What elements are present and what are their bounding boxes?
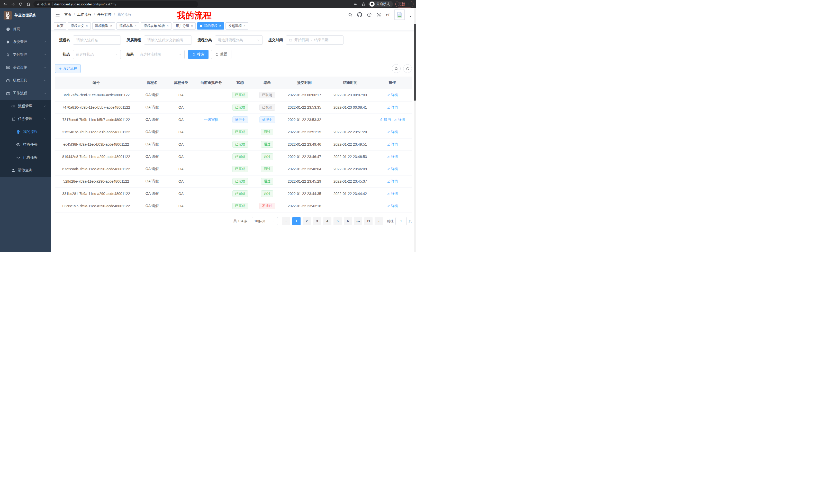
fullscreen-icon[interactable] — [376, 12, 381, 17]
detail-action[interactable]: 详情 — [387, 105, 398, 110]
page-button-5[interactable]: 5 — [334, 217, 342, 225]
page-button-3[interactable]: 3 — [313, 217, 321, 225]
cell-result: 通过 — [253, 138, 281, 150]
show-search-button[interactable] — [392, 64, 400, 73]
refresh-table-button[interactable] — [403, 64, 412, 73]
tab-user-group[interactable]: 用户分组× — [173, 22, 196, 30]
detail-action[interactable]: 详情 — [387, 93, 398, 97]
address-bar[interactable]: 不安全 dashboard.yudao.iocoder.cn/bpm/task/… — [33, 1, 198, 7]
sidebar-item-label: 研发工具 — [13, 78, 27, 83]
result-badge: 处理中 — [259, 116, 275, 123]
next-page-button[interactable]: › — [374, 217, 383, 225]
cell-category: OA — [167, 89, 195, 101]
submit-time-range-picker[interactable]: 开始日期 - 结束日期 — [286, 35, 343, 45]
page-button-11[interactable]: 11 — [364, 217, 372, 225]
cell-result: 处理中 — [253, 114, 281, 126]
browser-reload-icon[interactable] — [18, 2, 23, 7]
sidebar-item-payment[interactable]: 支付管理 — [0, 48, 51, 61]
cell-id: ec45f38f-7b9a-11ec-b03b-acde48001122 — [55, 138, 137, 150]
bookmark-star-icon[interactable] — [361, 2, 366, 7]
detail-action[interactable]: 详情 — [387, 179, 398, 184]
process-definition-input[interactable] — [144, 35, 192, 45]
goto-page-input[interactable] — [395, 217, 407, 225]
cell-category: OA — [167, 101, 195, 114]
sidebar-collapse-icon[interactable] — [55, 12, 60, 17]
key-icon[interactable] — [353, 2, 358, 7]
not-secure-warning[interactable]: 不安全 — [36, 2, 50, 6]
sidebar-item-workflow[interactable]: 工作流程 — [0, 87, 51, 100]
scrollbar-track[interactable] — [414, 8, 416, 252]
prev-page-button[interactable]: ‹ — [282, 217, 290, 225]
result-select[interactable]: 请选择流结果 — [137, 50, 185, 59]
page-button-1[interactable]: 1 — [292, 217, 301, 225]
cell-name: OA 请假 — [137, 150, 167, 163]
cell-id: 7470a810-7b9b-11ec-b5b7-acde48001122 — [55, 101, 137, 114]
tab-process-model[interactable]: 流程模型× — [92, 22, 115, 30]
browser-back-icon[interactable] — [3, 2, 8, 7]
process-category-select[interactable]: 请选择流程分类 — [215, 35, 263, 45]
detail-action[interactable]: 详情 — [387, 204, 398, 208]
sidebar-item-done-tasks[interactable]: 已办任务 — [0, 151, 51, 164]
breadcrumb-item[interactable]: 工作流程 — [77, 12, 92, 17]
close-icon[interactable]: × — [243, 24, 245, 27]
detail-action[interactable]: 详情 — [387, 142, 398, 147]
page-button-4[interactable]: 4 — [323, 217, 331, 225]
status-badge: 已完成 — [232, 203, 248, 209]
close-icon[interactable]: × — [134, 24, 136, 27]
sidebar-item-system[interactable]: 系统管理 — [0, 35, 51, 48]
app-logo-row[interactable]: 芋道管理系统 — [0, 8, 51, 23]
sidebar-item-my-process[interactable]: 我的流程 — [0, 125, 51, 138]
process-name-input[interactable] — [73, 35, 121, 45]
sidebar-item-infra[interactable]: 基础设施 — [0, 61, 51, 74]
detail-action[interactable]: 详情 — [387, 155, 398, 159]
close-icon[interactable]: × — [110, 24, 112, 27]
font-size-icon[interactable]: тT — [386, 12, 390, 17]
search-button[interactable]: 搜索 — [188, 50, 209, 59]
status-badge: 已完成 — [232, 104, 248, 111]
tab-start-process[interactable]: 发起流程× — [226, 22, 249, 30]
breadcrumb-item[interactable]: 首页 — [64, 12, 72, 17]
help-icon[interactable] — [367, 12, 372, 17]
sidebar-item-task-mgmt[interactable]: 任务管理 — [0, 113, 51, 125]
sidebar-item-todo-tasks[interactable]: 待办任务 — [0, 138, 51, 151]
tab-my-process[interactable]: 我的流程× — [197, 22, 224, 30]
detail-action[interactable]: 详情 — [394, 117, 405, 122]
cell-id: 331bc281-7b9a-11ec-a290-acde48001122 — [55, 188, 137, 200]
tab-process-definition[interactable]: 流程定义× — [68, 22, 91, 30]
sidebar-item-devtools[interactable]: 研发工具 — [0, 74, 51, 87]
current-task-link[interactable]: 一级审批 — [204, 117, 218, 121]
more-pages-button[interactable]: ••• — [354, 217, 362, 225]
close-icon[interactable]: × — [166, 24, 169, 27]
close-icon[interactable]: × — [191, 24, 193, 27]
avatar[interactable] — [394, 9, 405, 20]
avatar-caret-icon[interactable] — [409, 16, 412, 18]
status-select[interactable]: 请选择状态 — [73, 50, 121, 59]
cell-status: 已完成 — [227, 175, 253, 188]
cell-actions: 详情 — [373, 163, 412, 175]
start-process-button[interactable]: 发起流程 — [55, 64, 81, 73]
scrollbar-thumb[interactable] — [414, 24, 416, 101]
cell-actions: 详情 — [373, 150, 412, 163]
page-button-6[interactable]: 6 — [344, 217, 352, 225]
detail-action[interactable]: 详情 — [387, 167, 398, 171]
tab-process-form-edit[interactable]: 流程表单-编辑× — [141, 22, 172, 30]
browser-update-button[interactable]: 更新 — [395, 1, 413, 7]
detail-action[interactable]: 详情 — [387, 191, 398, 196]
browser-home-icon[interactable] — [26, 2, 31, 7]
sidebar-item-home[interactable]: 首页 — [0, 23, 51, 35]
breadcrumb-item[interactable]: 任务管理 — [97, 12, 111, 17]
detail-action[interactable]: 详情 — [387, 130, 398, 134]
close-icon[interactable]: × — [86, 24, 88, 27]
reset-button[interactable]: 重置 — [211, 50, 231, 59]
tab-process-form[interactable]: 流程表单× — [116, 22, 139, 30]
page-size-select[interactable]: 10条/页 — [252, 217, 278, 225]
browser-forward-icon[interactable] — [10, 2, 16, 7]
sidebar-item-process-mgmt[interactable]: 流程管理 — [0, 100, 51, 113]
tab-home[interactable]: 首页 — [54, 22, 66, 30]
close-icon[interactable]: × — [219, 24, 221, 27]
sidebar-item-leave-query[interactable]: 请假查询 — [0, 164, 51, 177]
cancel-action[interactable]: 取消 — [380, 117, 391, 122]
header-search-icon[interactable] — [347, 12, 353, 17]
github-icon[interactable] — [357, 12, 362, 17]
page-button-2[interactable]: 2 — [303, 217, 311, 225]
